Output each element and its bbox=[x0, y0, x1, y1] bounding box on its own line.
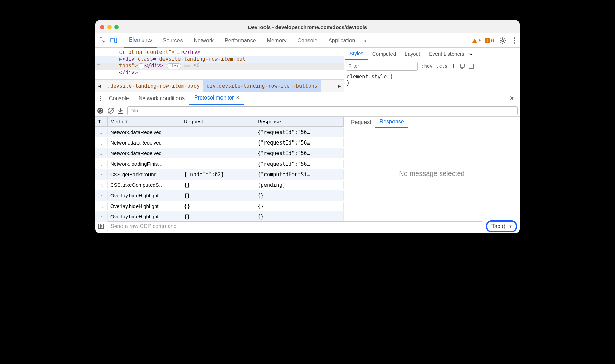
svg-line-8 bbox=[501, 38, 501, 39]
styles-body[interactable]: element.style { } bbox=[344, 72, 520, 87]
dom-line: cription-content">…</div> bbox=[95, 49, 344, 56]
tab-performance[interactable]: Performance bbox=[220, 33, 261, 48]
breadcrumb-item-selected[interactable]: div.devsite-landing-row-item-buttons bbox=[203, 80, 321, 92]
dom-line-selected[interactable]: ▶<div class="devsite-landing-row-item-bu… bbox=[95, 56, 344, 63]
styles-more-tabs-button[interactable]: » bbox=[469, 51, 472, 57]
table-row[interactable]: Overlay.hideHighlight{}{} bbox=[95, 211, 344, 222]
clear-button[interactable] bbox=[108, 108, 114, 114]
table-row[interactable]: CSS.getBackground…{"nodeId":62}{"compute… bbox=[95, 169, 344, 180]
styles-tab-styles[interactable]: Styles bbox=[345, 48, 368, 60]
drawer-tab-strip: Console Network conditions Protocol moni… bbox=[95, 92, 520, 105]
cell-method: Network.loadingFinis… bbox=[108, 160, 181, 168]
cell-response: {} bbox=[255, 212, 344, 221]
tab-application[interactable]: Application bbox=[324, 33, 360, 48]
inspect-element-icon[interactable] bbox=[98, 36, 108, 45]
breadcrumb-prev-icon[interactable]: ◀ bbox=[95, 83, 104, 89]
table-row[interactable]: Network.dataReceived{"requestId":"56… bbox=[95, 137, 344, 148]
more-tabs-button[interactable]: » bbox=[361, 37, 368, 44]
settings-gear-icon[interactable] bbox=[497, 37, 508, 44]
tab-elements[interactable]: Elements bbox=[124, 33, 157, 48]
table-row[interactable]: Network.loadingFinis…{"requestId":"56… bbox=[95, 158, 344, 169]
elements-tree[interactable]: … cription-content">…</div> ▶<div class=… bbox=[95, 48, 344, 92]
new-style-rule-icon[interactable] bbox=[451, 63, 456, 69]
cdp-command-input[interactable] bbox=[107, 221, 483, 231]
cell-response: {"requestId":"56… bbox=[255, 160, 344, 168]
flex-badge[interactable]: flex bbox=[167, 63, 181, 69]
cell-request bbox=[181, 163, 255, 165]
cell-method: CSS.getBackground… bbox=[108, 170, 181, 179]
column-header-type[interactable]: T… bbox=[95, 117, 108, 126]
table-row[interactable]: CSS.takeComputedS…{}(pending) bbox=[95, 180, 344, 190]
expand-triangle-icon[interactable]: ▶ bbox=[119, 56, 122, 62]
breadcrumb-next-icon[interactable]: ▶ bbox=[335, 83, 344, 89]
cell-request: {} bbox=[181, 191, 255, 200]
received-arrow-icon bbox=[95, 149, 108, 157]
warnings-badge[interactable]: 5 bbox=[472, 37, 481, 43]
styles-filter-input[interactable] bbox=[346, 62, 418, 71]
drawer-tab-label: Protocol monitor bbox=[194, 95, 234, 101]
ellipsis-badge[interactable]: … bbox=[138, 63, 145, 69]
table-row[interactable]: Network.dataReceived{"requestId":"56… bbox=[95, 148, 344, 158]
svg-rect-17 bbox=[460, 64, 464, 67]
table-row[interactable]: Overlay.hideHighlight{}{} bbox=[95, 190, 344, 201]
warning-icon bbox=[472, 39, 477, 43]
svg-line-10 bbox=[501, 42, 501, 43]
styles-tab-strip: Styles Computed Layout Event Listeners » bbox=[344, 48, 520, 60]
computed-styles-icon[interactable] bbox=[460, 63, 465, 69]
ellipsis-badge[interactable]: … bbox=[175, 50, 182, 55]
cls-toggle[interactable]: .cls bbox=[436, 63, 448, 69]
toggle-editor-icon[interactable] bbox=[98, 223, 104, 229]
device-toolbar-icon[interactable] bbox=[109, 36, 118, 45]
column-header-request[interactable]: Request bbox=[181, 117, 255, 126]
detail-tab-request[interactable]: Request bbox=[347, 117, 375, 128]
drawer-close-icon[interactable]: ✕ bbox=[506, 95, 518, 102]
cell-response: (pending) bbox=[255, 181, 344, 189]
close-window-button[interactable] bbox=[100, 25, 104, 29]
devtools-window: DevTools - developer.chrome.com/docs/dev… bbox=[95, 20, 520, 233]
table-header: T… Method Request Response bbox=[95, 117, 344, 127]
cell-method: CSS.takeComputedS… bbox=[108, 181, 181, 189]
tab-memory[interactable]: Memory bbox=[262, 33, 291, 48]
svg-rect-26 bbox=[98, 224, 104, 229]
issue-icon: ! bbox=[485, 38, 490, 43]
tab-console[interactable]: Console bbox=[292, 33, 322, 48]
save-icon[interactable] bbox=[118, 108, 123, 114]
svg-line-11 bbox=[504, 38, 505, 39]
zoom-window-button[interactable] bbox=[114, 25, 119, 29]
more-options-icon[interactable] bbox=[512, 37, 517, 44]
svg-line-9 bbox=[504, 42, 505, 43]
styles-tab-computed[interactable]: Computed bbox=[368, 48, 400, 60]
sent-arrow-icon bbox=[95, 191, 108, 200]
protocol-filter-input[interactable] bbox=[127, 106, 518, 115]
column-header-response[interactable]: Response bbox=[255, 117, 344, 126]
column-header-method[interactable]: Method bbox=[108, 117, 181, 126]
detail-tab-response[interactable]: Response bbox=[375, 117, 408, 128]
drawer-tab-console[interactable]: Console bbox=[104, 92, 134, 105]
tab-network[interactable]: Network bbox=[189, 33, 218, 48]
table-row[interactable]: Overlay.hideHighlight{}{} bbox=[95, 201, 344, 211]
main-tab-strip: Elements Sources Network Performance Mem… bbox=[95, 33, 520, 48]
hov-toggle[interactable]: :hov bbox=[421, 63, 433, 69]
toggle-sidebar-icon[interactable] bbox=[469, 63, 474, 69]
warnings-count: 5 bbox=[478, 37, 481, 43]
issues-badge[interactable]: ! 6 bbox=[485, 37, 494, 43]
drawer-tab-network-conditions[interactable]: Network conditions bbox=[134, 92, 189, 105]
cell-method: Overlay.hideHighlight bbox=[108, 191, 181, 200]
styles-tab-layout[interactable]: Layout bbox=[401, 48, 424, 60]
cdp-target-select[interactable]: Tab () bbox=[486, 220, 517, 232]
window-title: DevTools - developer.chrome.com/docs/dev… bbox=[95, 24, 520, 30]
cell-request: {} bbox=[181, 181, 255, 189]
minimize-window-button[interactable] bbox=[107, 25, 112, 29]
tab-close-icon[interactable]: × bbox=[236, 95, 239, 101]
elements-panel-row: … cription-content">…</div> ▶<div class=… bbox=[95, 48, 520, 92]
breadcrumb-item[interactable]: .devsite-landing-row-item-body bbox=[104, 80, 203, 92]
svg-point-3 bbox=[502, 40, 504, 42]
svg-point-23 bbox=[100, 100, 101, 101]
protocol-message-table: T… Method Request Response Network.dataR… bbox=[95, 117, 344, 219]
table-row[interactable]: Network.dataReceived{"requestId":"56… bbox=[95, 127, 344, 137]
record-button[interactable] bbox=[97, 108, 103, 114]
drawer-more-icon[interactable] bbox=[97, 96, 104, 101]
drawer-tab-protocol-monitor[interactable]: Protocol monitor × bbox=[189, 92, 244, 105]
styles-tab-event-listeners[interactable]: Event Listeners bbox=[425, 48, 468, 60]
tab-sources[interactable]: Sources bbox=[158, 33, 188, 48]
